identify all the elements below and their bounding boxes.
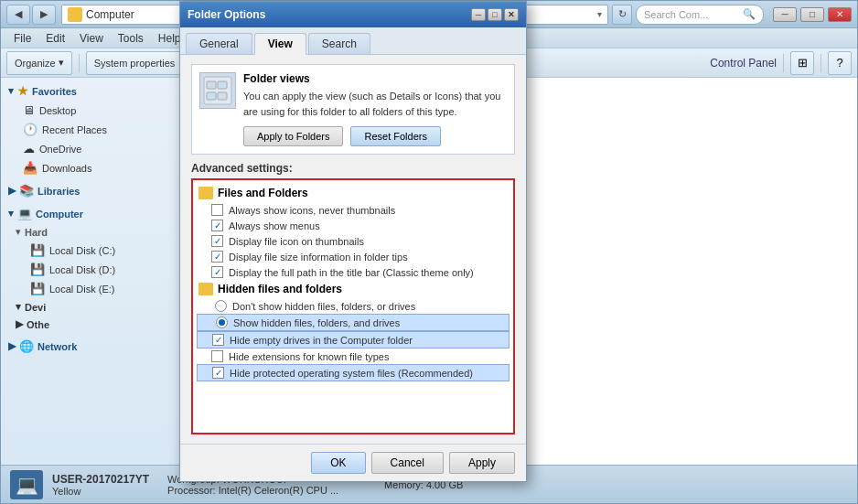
recent-icon: 🕐: [23, 123, 38, 136]
explorer-window: ◀ ▶ Computer ▾ ↻ Search Com... 🔍 ─ □: [0, 0, 858, 504]
radio-show-hidden[interactable]: [216, 316, 228, 328]
menu-tools[interactable]: Tools: [111, 30, 151, 47]
sidebar-item-desktop[interactable]: 🖥 Desktop: [1, 101, 183, 120]
hidden-files-icon: [198, 283, 213, 295]
label-display-file-size: Display file size information in folder …: [229, 252, 408, 263]
folder-views-content: Folder views You can apply the view (suc…: [243, 72, 507, 146]
adv-item-show-hidden[interactable]: Show hidden files, folders, and drives: [197, 314, 509, 331]
search-icon[interactable]: 🔍: [743, 8, 756, 20]
dialog-body: Folder views You can apply the view (suc…: [180, 55, 526, 444]
checkbox-hide-protected[interactable]: [212, 367, 224, 379]
dialog-cancel-button[interactable]: Cancel: [371, 452, 444, 474]
refresh-icon: ↻: [618, 8, 627, 20]
dialog-ok-button[interactable]: OK: [311, 452, 365, 474]
sidebar-item-onedrive[interactable]: ☁ OneDrive: [1, 139, 183, 158]
checkbox-display-file-icon[interactable]: [211, 235, 223, 247]
hard-label: Hard: [25, 227, 48, 238]
adv-item-display-file-size[interactable]: Display file size information in folder …: [197, 249, 509, 264]
dialog-close-button[interactable]: ✕: [504, 8, 519, 21]
dialog-apply-button[interactable]: Apply: [449, 452, 515, 474]
adv-item-always-menus[interactable]: Always show menus: [197, 218, 509, 233]
folder-views-title: Folder views: [243, 72, 507, 85]
view-change-icon: ⊞: [798, 56, 808, 70]
view-change-button[interactable]: ⊞: [790, 51, 814, 75]
dialog-minimize-button[interactable]: ─: [471, 8, 486, 21]
menu-edit[interactable]: Edit: [38, 30, 72, 47]
window-controls: ─ □ ✕: [771, 7, 852, 22]
favorites-star-icon: ★: [17, 84, 28, 98]
disk-c-icon: 💾: [30, 243, 45, 257]
panel-title: Control Panel: [710, 57, 777, 70]
system-properties-button[interactable]: System properties: [86, 51, 184, 75]
refresh-button[interactable]: ↻: [612, 5, 632, 25]
svg-rect-4: [207, 81, 216, 89]
sidebar: ▾ ★ Favorites 🖥 Desktop 🕐 Recent Places …: [1, 78, 184, 465]
adv-item-dont-show[interactable]: Don't show hidden files, folders, or dri…: [197, 298, 509, 314]
sidebar-item-downloads[interactable]: 📥 Downloads: [1, 158, 183, 177]
organize-button[interactable]: Organize ▾: [6, 51, 72, 75]
back-button[interactable]: ◀: [6, 5, 30, 25]
checkbox-display-full-path[interactable]: [211, 266, 223, 278]
advanced-settings-box[interactable]: Files and Folders Always show icons, nev…: [191, 178, 515, 434]
other-label: Othe: [27, 319, 49, 330]
hard-drives-header[interactable]: ▾ Hard: [1, 223, 183, 241]
folder-options-dialog: Folder Options ─ □ ✕ General View Search: [179, 1, 527, 482]
nav-buttons: ◀ ▶: [6, 5, 56, 25]
adv-item-hide-protected[interactable]: Hide protected operating system files (R…: [197, 364, 509, 381]
other-header[interactable]: ▶ Othe: [1, 316, 183, 333]
reset-folders-button[interactable]: Reset Folders: [350, 126, 440, 146]
sidebar-item-recent[interactable]: 🕐 Recent Places: [1, 120, 183, 139]
status-info: USER-20170217YT Yellow: [52, 473, 149, 497]
tab-view[interactable]: View: [254, 33, 306, 55]
search-box[interactable]: Search Com... 🔍: [636, 5, 764, 25]
radio-dont-show[interactable]: [215, 300, 227, 312]
minimize-button[interactable]: ─: [773, 7, 797, 22]
disk-d-label: Local Disk (D:): [49, 264, 115, 275]
checkbox-always-menus[interactable]: [211, 220, 223, 231]
favorites-header[interactable]: ▾ ★ Favorites: [1, 81, 183, 101]
tab-general[interactable]: General: [186, 33, 252, 54]
adv-item-hide-empty-drives[interactable]: Hide empty drives in the Computer folder: [197, 331, 509, 349]
adv-item-display-full-path[interactable]: Display the full path in the title bar (…: [197, 264, 509, 280]
apply-to-folders-button[interactable]: Apply to Folders: [243, 126, 343, 146]
sidebar-item-e[interactable]: 💾 Local Disk (E:): [1, 279, 183, 298]
checkbox-display-file-size[interactable]: [211, 251, 223, 263]
back-icon: ◀: [15, 8, 22, 20]
checkbox-hide-extensions[interactable]: [211, 350, 223, 362]
libraries-header[interactable]: ▶ 📚 Libraries: [1, 181, 183, 200]
dialog-maximize-button[interactable]: □: [488, 8, 502, 21]
network-section: ▶ 🌐 Network: [1, 337, 183, 356]
sidebar-item-d[interactable]: 💾 Local Disk (D:): [1, 260, 183, 279]
label-always-menus: Always show menus: [229, 220, 320, 231]
hard-triangle: ▾: [16, 226, 21, 238]
favorites-label: Favorites: [32, 86, 77, 97]
adv-item-display-file-icon[interactable]: Display file icon on thumbnails: [197, 233, 509, 249]
maximize-button[interactable]: □: [800, 7, 824, 22]
devices-header[interactable]: ▾ Devi: [1, 298, 183, 316]
help-button[interactable]: ?: [828, 51, 852, 75]
computer-header[interactable]: ▾ 💻 Computer: [1, 204, 183, 223]
toolbar-separator: [79, 54, 80, 72]
forward-icon: ▶: [40, 8, 48, 20]
forward-button[interactable]: ▶: [32, 5, 56, 25]
disk-e-icon: 💾: [30, 282, 45, 295]
svg-rect-5: [218, 81, 227, 89]
organize-label: Organize: [15, 58, 56, 69]
menu-file[interactable]: File: [6, 30, 38, 47]
status-processor-text: Processor: Intel(R) Celeron(R) CPU ...: [167, 485, 338, 496]
address-dropdown-icon[interactable]: ▾: [597, 9, 602, 19]
close-button[interactable]: ✕: [828, 7, 852, 22]
adv-item-hide-extensions[interactable]: Hide extensions for known file types: [197, 349, 509, 364]
adv-item-always-icons[interactable]: Always show icons, never thumbnails: [197, 202, 509, 218]
sidebar-item-c[interactable]: 💾 Local Disk (C:): [1, 241, 183, 260]
checkbox-hide-empty-drives[interactable]: [212, 334, 224, 346]
dialog-title-bar: Folder Options ─ □ ✕: [180, 2, 526, 27]
tab-search[interactable]: Search: [308, 33, 370, 54]
dialog-tabs: General View Search: [180, 27, 526, 55]
network-header[interactable]: ▶ 🌐 Network: [1, 337, 183, 356]
onedrive-icon: ☁: [23, 142, 35, 155]
checkbox-always-icons[interactable]: [211, 204, 223, 216]
menu-view[interactable]: View: [72, 30, 111, 47]
address-icon: [68, 7, 82, 22]
status-computer-icon: 💻: [10, 470, 43, 499]
